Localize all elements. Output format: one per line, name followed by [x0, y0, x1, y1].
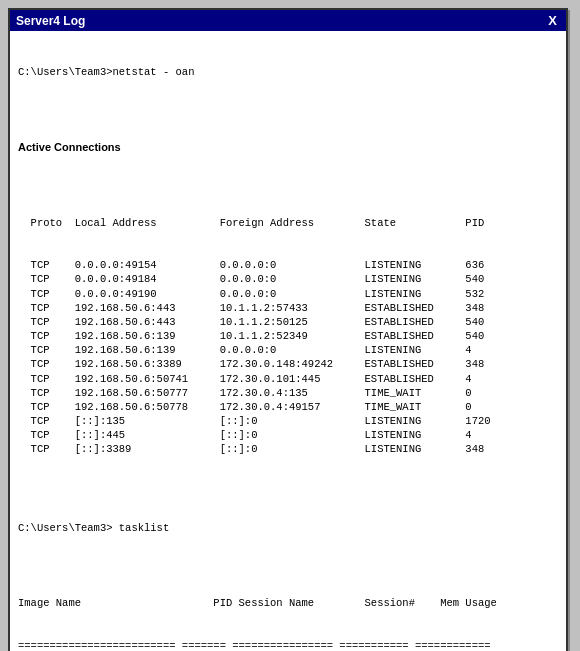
- server4-log-window: Server4 Log X C:\Users\Team3>netstat - o…: [8, 8, 568, 651]
- netstat-row: TCP 192.168.50.6:443 10.1.1.2:50125 ESTA…: [18, 315, 558, 329]
- netstat-rows-container: TCP 0.0.0.0:49154 0.0.0.0:0 LISTENING 63…: [18, 258, 558, 456]
- tasklist-headers: Image Name PID Session Name Session# Mem…: [18, 596, 558, 610]
- active-connections-label: Active Connections: [18, 140, 558, 155]
- log-content: C:\Users\Team3>netstat - oan Active Conn…: [10, 31, 566, 651]
- tasklist-divider: ========================= ======= ======…: [18, 639, 558, 651]
- netstat-row: TCP 192.168.50.6:443 10.1.1.2:57433 ESTA…: [18, 301, 558, 315]
- netstat-row: TCP 192.168.50.6:50741 172.30.0.101:445 …: [18, 372, 558, 386]
- netstat-row: TCP 192.168.50.6:139 10.1.1.2:52349 ESTA…: [18, 329, 558, 343]
- command2: C:\Users\Team3> tasklist: [18, 521, 558, 535]
- title-bar: Server4 Log X: [10, 10, 566, 31]
- netstat-row: TCP 192.168.50.6:50778 172.30.0.4:49157 …: [18, 400, 558, 414]
- netstat-row: TCP [::]:445 [::]:0 LISTENING 4: [18, 428, 558, 442]
- netstat-row: TCP [::]:3389 [::]:0 LISTENING 348: [18, 442, 558, 456]
- close-button[interactable]: X: [545, 13, 560, 28]
- netstat-row: TCP 0.0.0.0:49190 0.0.0.0:0 LISTENING 53…: [18, 287, 558, 301]
- netstat-row: TCP [::]:135 [::]:0 LISTENING 1720: [18, 414, 558, 428]
- netstat-headers: Proto Local Address Foreign Address Stat…: [18, 216, 558, 230]
- netstat-row: TCP 0.0.0.0:49184 0.0.0.0:0 LISTENING 54…: [18, 272, 558, 286]
- netstat-row: TCP 192.168.50.6:50777 172.30.0.4:135 TI…: [18, 386, 558, 400]
- netstat-row: TCP 192.168.50.6:3389 172.30.0.148:49242…: [18, 357, 558, 371]
- window-title: Server4 Log: [16, 14, 85, 28]
- command1: C:\Users\Team3>netstat - oan: [18, 65, 558, 79]
- netstat-row: TCP 0.0.0.0:49154 0.0.0.0:0 LISTENING 63…: [18, 258, 558, 272]
- netstat-row: TCP 192.168.50.6:139 0.0.0.0:0 LISTENING…: [18, 343, 558, 357]
